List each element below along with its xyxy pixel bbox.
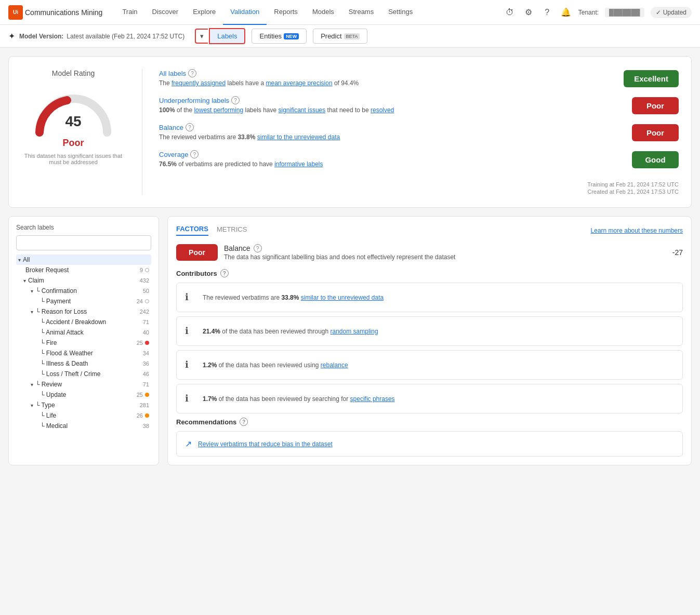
info-icon-3: ℹ bbox=[185, 358, 196, 372]
label-item-review[interactable]: ▾ └ Review 71 bbox=[16, 379, 151, 390]
all-labels-help-icon[interactable]: ? bbox=[188, 69, 196, 77]
underperforming-badge: Poor bbox=[632, 97, 679, 114]
rebalance-link[interactable]: rebalance bbox=[321, 362, 348, 369]
app-name: Communications Mining bbox=[25, 8, 102, 17]
bell-icon[interactable]: 🔔 bbox=[560, 6, 572, 19]
updated-badge: ✓ Updated bbox=[651, 7, 692, 18]
recommendations-title: Recommendations ? bbox=[176, 418, 683, 426]
label-item-payment[interactable]: └ Payment 24 bbox=[16, 296, 151, 306]
metric-content-coverage: Coverage ? 76.5% of verbatims are predic… bbox=[159, 150, 624, 169]
contributors-help-icon[interactable]: ? bbox=[220, 269, 229, 277]
label-item-accident[interactable]: └ Accident / Breakdown 71 bbox=[16, 317, 151, 327]
nav-item-streams[interactable]: Streams bbox=[341, 0, 381, 25]
all-labels-badge: Excellent bbox=[624, 70, 679, 87]
balance-help-icon[interactable]: ? bbox=[186, 123, 194, 131]
gauge-label: Poor bbox=[62, 138, 84, 149]
learn-more-link[interactable]: Learn more about these numbers bbox=[591, 227, 683, 234]
tab-entities-button[interactable]: Entities NEW bbox=[252, 29, 307, 44]
nav-item-reports[interactable]: Reports bbox=[267, 0, 305, 25]
metric-content-all-labels: All labels ? The frequently assigned lab… bbox=[159, 69, 615, 88]
metric-title-all-labels: All labels ? bbox=[159, 69, 615, 77]
nav-right: ⏱ ⚙ ? 🔔 Tenant: ███████ ✓ Updated bbox=[504, 6, 692, 19]
metric-desc-coverage: 76.5% of verbatims are predicted to have… bbox=[159, 159, 624, 169]
label-item-fire[interactable]: └ Fire 25 bbox=[16, 338, 151, 348]
shuffle-icon: ↗ bbox=[185, 439, 192, 449]
clock-icon[interactable]: ⏱ bbox=[504, 6, 516, 19]
specific-phrases-link[interactable]: specific phrases bbox=[350, 395, 395, 403]
label-item-update[interactable]: └ Update 25 bbox=[16, 390, 151, 400]
metric-row-underperforming: Underperforming labels ? 100% of the low… bbox=[159, 96, 679, 115]
info-icon-4: ℹ bbox=[185, 392, 196, 406]
balance-badge: Poor bbox=[632, 124, 679, 141]
info-icon-1: ℹ bbox=[185, 290, 196, 304]
recommendations-help-icon[interactable]: ? bbox=[240, 418, 248, 426]
gauge-container: 45 bbox=[32, 86, 115, 132]
metric-desc-balance: The reviewed verbatims are 33.8% similar… bbox=[159, 132, 624, 142]
nav-item-explore[interactable]: Explore bbox=[186, 0, 223, 25]
svg-text:45: 45 bbox=[65, 113, 81, 129]
informative-labels-link[interactable]: informative labels bbox=[274, 161, 323, 168]
balance-label-group: Balance ? The data has significant label… bbox=[224, 244, 455, 261]
lowest-performing-link[interactable]: lowest performing bbox=[194, 106, 243, 114]
recommendation-link-1[interactable]: Review verbatims that reduce bias in the… bbox=[198, 440, 333, 448]
gear-icon[interactable]: ⚙ bbox=[522, 6, 535, 19]
label-item-loss-theft-crime[interactable]: └ Loss / Theft / Crime 46 bbox=[16, 369, 151, 379]
coverage-badge: Good bbox=[632, 151, 679, 168]
nav-item-discover[interactable]: Discover bbox=[145, 0, 186, 25]
label-item-illness-death[interactable]: └ Illness & Death 36 bbox=[16, 358, 151, 369]
rating-card: Model Rating 45 Poor This dataset has si… bbox=[8, 56, 692, 208]
significant-issues-link[interactable]: significant issues bbox=[279, 106, 326, 114]
random-sampling-link[interactable]: random sampling bbox=[331, 328, 378, 335]
label-item-confirmation[interactable]: ▾ └ Confirmation 50 bbox=[16, 286, 151, 296]
checkmark-icon: ✓ bbox=[656, 9, 661, 16]
metric-title-coverage: Coverage ? bbox=[159, 150, 624, 158]
label-item-all[interactable]: ▾ All bbox=[16, 255, 151, 265]
tab-labels-button[interactable]: Labels bbox=[209, 28, 245, 44]
label-item-type[interactable]: ▾ └ Type 281 bbox=[16, 400, 151, 410]
nav-item-models[interactable]: Models bbox=[305, 0, 341, 25]
metric-content-underperforming: Underperforming labels ? 100% of the low… bbox=[159, 96, 624, 115]
label-item-claim[interactable]: ▾ Claim 432 bbox=[16, 275, 151, 286]
resolved-link[interactable]: resolved bbox=[371, 106, 394, 114]
rating-title: Model Rating bbox=[52, 69, 95, 77]
factors-tab[interactable]: FACTORS bbox=[176, 225, 208, 236]
nav-item-validation[interactable]: Validation bbox=[223, 0, 267, 25]
label-item-reason-for-loss[interactable]: ▾ └ Reason for Loss 242 bbox=[16, 306, 151, 317]
tab-dropdown-button[interactable]: ▾ bbox=[195, 29, 208, 44]
nav-item-train[interactable]: Train bbox=[115, 0, 144, 25]
rating-footer: Training at Feb 21, 2024 17:52 UTC Creat… bbox=[159, 181, 679, 195]
uipath-logo-icon: Ui bbox=[8, 5, 23, 20]
label-item-broker-request[interactable]: Broker Request 9 bbox=[16, 265, 151, 275]
nav-item-settings[interactable]: Settings bbox=[381, 0, 420, 25]
tab-group: ▾ Labels Entities NEW Predict BETA bbox=[195, 28, 367, 44]
factors-header: FACTORS METRICS Learn more about these n… bbox=[176, 225, 683, 236]
coverage-help-icon[interactable]: ? bbox=[190, 150, 199, 158]
gauge-svg: 45 bbox=[32, 86, 115, 138]
label-item-animal-attack[interactable]: └ Animal Attack 40 bbox=[16, 327, 151, 338]
updated-label: Updated bbox=[663, 9, 686, 16]
balance-detail-help-icon[interactable]: ? bbox=[254, 244, 262, 252]
label-item-medical[interactable]: └ Medical 38 bbox=[16, 421, 151, 431]
frequently-assigned-link[interactable]: frequently assigned bbox=[171, 79, 226, 87]
contributor-card-2: ℹ 21.4% of the data has been reviewed th… bbox=[176, 316, 683, 346]
mean-avg-precision-link[interactable]: mean average precision bbox=[266, 79, 332, 87]
similar-unreviewed-link[interactable]: similar to the unreviewed data bbox=[257, 133, 340, 141]
metric-row-all-labels: All labels ? The frequently assigned lab… bbox=[159, 69, 679, 88]
help-icon[interactable]: ? bbox=[541, 6, 553, 19]
search-input[interactable] bbox=[16, 235, 151, 250]
gauge-description: This dataset has significant issues that… bbox=[21, 153, 125, 165]
label-item-life[interactable]: └ Life 26 bbox=[16, 410, 151, 421]
metric-row-coverage: Coverage ? 76.5% of verbatims are predic… bbox=[159, 150, 679, 169]
payment-dot bbox=[145, 299, 149, 303]
model-version-value: Latest available (Feb 21, 2024 17:52 UTC… bbox=[67, 33, 184, 40]
underperforming-help-icon[interactable]: ? bbox=[231, 96, 240, 104]
label-item-flood-weather[interactable]: └ Flood & Weather 34 bbox=[16, 348, 151, 358]
metric-title-underperforming: Underperforming labels ? bbox=[159, 96, 624, 104]
life-dot bbox=[145, 413, 149, 418]
rating-right: All labels ? The frequently assigned lab… bbox=[159, 69, 679, 195]
similar-unreviewed-data-link[interactable]: similar to the unreviewed data bbox=[301, 294, 384, 301]
contributor-text-4: 1.7% of the data has been reviewed by se… bbox=[203, 394, 395, 404]
tab-predict-button[interactable]: Predict BETA bbox=[313, 29, 367, 44]
metrics-tab[interactable]: METRICS bbox=[217, 225, 247, 235]
training-date: Training at Feb 21, 2024 17:52 UTC bbox=[587, 181, 679, 188]
